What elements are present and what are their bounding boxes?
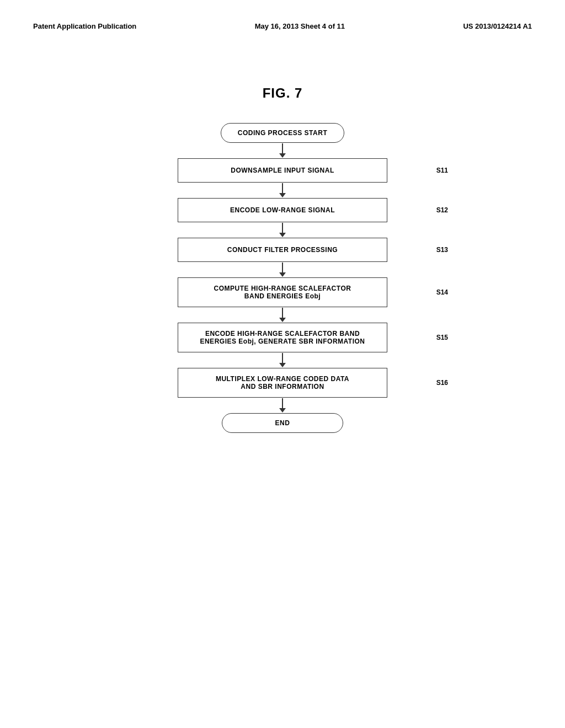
arrow-s15: [145, 352, 420, 368]
step-label-s12: S12: [436, 206, 448, 214]
figure-area: FIG. 7 CODING PROCESS STARTDOWNSAMPLE IN…: [33, 85, 532, 433]
flow-step-s11: DOWNSAMPLE INPUT SIGNALS11: [145, 158, 420, 198]
page: Patent Application Publication May 16, 2…: [0, 0, 565, 728]
arrow-s11: [145, 183, 420, 198]
step-box-end: END: [222, 413, 343, 433]
arrow-s14: [145, 307, 420, 323]
arrow-start: [145, 143, 420, 158]
step-label-s16: S16: [436, 379, 448, 387]
step-box-s15: ENCODE HIGH-RANGE SCALEFACTOR BAND ENERG…: [178, 323, 387, 352]
flow-step-end: END: [145, 413, 420, 433]
flow-step-s13: CONDUCT FILTER PROCESSINGS13: [145, 238, 420, 277]
step-label-s13: S13: [436, 246, 448, 254]
flow-step-s12: ENCODE LOW-RANGE SIGNALS12: [145, 198, 420, 238]
step-box-s16: MULTIPLEX LOW-RANGE CODED DATA AND SBR I…: [178, 368, 387, 398]
step-box-s12: ENCODE LOW-RANGE SIGNAL: [178, 198, 387, 222]
step-box-s14: COMPUTE HIGH-RANGE SCALEFACTOR BAND ENER…: [178, 277, 387, 307]
step-label-s14: S14: [436, 288, 448, 296]
flowchart: CODING PROCESS STARTDOWNSAMPLE INPUT SIG…: [145, 123, 420, 433]
figure-title: FIG. 7: [263, 85, 303, 101]
arrow-s16: [145, 398, 420, 413]
step-label-s11: S11: [436, 167, 448, 174]
step-box-s13: CONDUCT FILTER PROCESSING: [178, 238, 387, 262]
header-right: US 2013/0124214 A1: [463, 22, 532, 30]
step-label-s15: S15: [436, 334, 448, 341]
page-header: Patent Application Publication May 16, 2…: [33, 22, 532, 30]
header-left: Patent Application Publication: [33, 22, 136, 30]
step-box-s11: DOWNSAMPLE INPUT SIGNAL: [178, 158, 387, 183]
flow-step-s16: MULTIPLEX LOW-RANGE CODED DATA AND SBR I…: [145, 368, 420, 413]
header-center: May 16, 2013 Sheet 4 of 11: [255, 22, 345, 30]
flow-step-s14: COMPUTE HIGH-RANGE SCALEFACTOR BAND ENER…: [145, 277, 420, 323]
arrow-s12: [145, 222, 420, 238]
flow-step-start: CODING PROCESS START: [145, 123, 420, 158]
flow-step-s15: ENCODE HIGH-RANGE SCALEFACTOR BAND ENERG…: [145, 323, 420, 368]
arrow-s13: [145, 262, 420, 277]
step-box-start: CODING PROCESS START: [221, 123, 344, 143]
